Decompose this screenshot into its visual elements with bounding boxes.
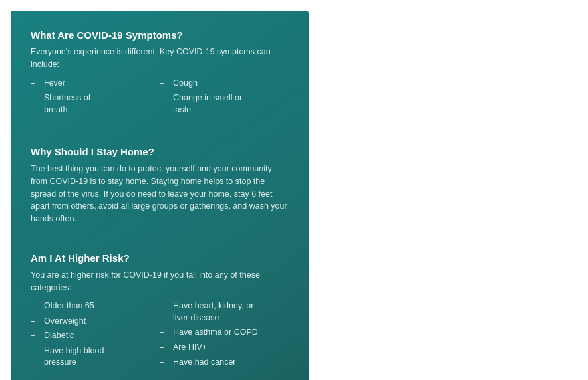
list-item: – Overweight <box>31 316 160 328</box>
list-text: Have asthma or COPD <box>173 327 289 339</box>
list-text: Shortness ofbreath <box>44 92 160 116</box>
list-text: Have heart, kidney, orliver disease <box>173 300 289 324</box>
list-text: Change in smell ortaste <box>173 92 289 116</box>
list-text: Have had cancer <box>173 357 289 369</box>
symptoms-body: Everyone's experience is different. Key … <box>31 46 289 71</box>
higher-risk-title: Am I At Higher Risk? <box>31 252 289 264</box>
risk-left-col: – Older than 65 – Overweight – Diabetic … <box>31 300 160 372</box>
list-dash: – <box>160 342 170 354</box>
list-item: – Are HIV+ <box>160 342 289 354</box>
list-dash: – <box>31 330 41 342</box>
stay-home-title: Why Should I Stay Home? <box>31 146 289 157</box>
list-item: – Fever <box>31 78 160 90</box>
list-item: – Diabetic <box>31 330 160 342</box>
list-dash: – <box>31 92 41 104</box>
risk-right-col: – Have heart, kidney, orliver disease – … <box>160 300 289 372</box>
stay-home-body: The best thing you can do to protect you… <box>31 163 289 225</box>
list-dash: – <box>31 316 41 328</box>
symptoms-list: – Fever – Shortness ofbreath – Cough – C… <box>31 78 289 120</box>
info-card: What Are COVID-19 Symptoms? Everyone's e… <box>11 11 309 380</box>
divider <box>31 240 289 240</box>
list-dash: – <box>160 78 170 90</box>
symptoms-title: What Are COVID-19 Symptoms? <box>31 29 289 41</box>
list-dash: – <box>160 300 170 312</box>
list-item: – Cough <box>160 78 289 90</box>
list-text: Are HIV+ <box>173 342 289 354</box>
higher-risk-section: Am I At Higher Risk? You are at higher r… <box>31 252 289 372</box>
list-item: – Have had cancer <box>160 357 289 369</box>
higher-risk-body: You are at higher risk for COVID-19 if y… <box>31 269 289 294</box>
risk-list: – Older than 65 – Overweight – Diabetic … <box>31 300 289 372</box>
symptoms-section: What Are COVID-19 Symptoms? Everyone's e… <box>31 29 289 119</box>
list-text: Older than 65 <box>44 300 160 312</box>
list-dash: – <box>31 345 41 357</box>
list-item: – Have asthma or COPD <box>160 327 289 339</box>
divider <box>31 134 289 134</box>
list-dash: – <box>160 92 170 104</box>
symptoms-left-col: – Fever – Shortness ofbreath <box>31 78 160 120</box>
list-text: Fever <box>44 78 160 90</box>
list-dash: – <box>31 78 41 90</box>
list-text: Cough <box>173 78 289 90</box>
list-text: Overweight <box>44 316 160 328</box>
list-item: – Change in smell ortaste <box>160 92 289 116</box>
list-item: – Older than 65 <box>31 300 160 312</box>
list-item: – Shortness ofbreath <box>31 92 160 116</box>
stay-home-section: Why Should I Stay Home? The best thing y… <box>31 146 289 225</box>
list-item: – Have heart, kidney, orliver disease <box>160 300 289 324</box>
list-dash: – <box>160 327 170 339</box>
list-dash: – <box>160 357 170 369</box>
list-item: – Have high bloodpressure <box>31 345 160 369</box>
list-text: Diabetic <box>44 330 160 342</box>
symptoms-right-col: – Cough – Change in smell ortaste <box>160 78 289 120</box>
list-text: Have high bloodpressure <box>44 345 160 369</box>
list-dash: – <box>31 300 41 312</box>
